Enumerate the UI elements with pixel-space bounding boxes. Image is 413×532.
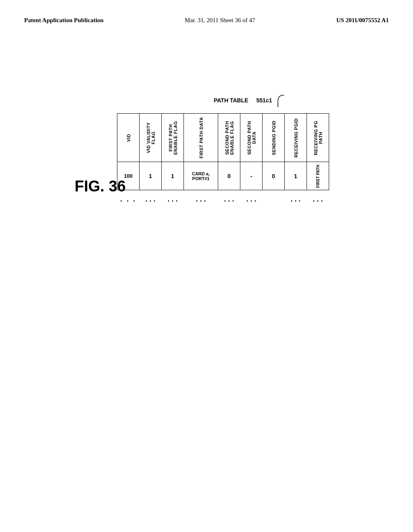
path-table: VID VID VALIDITY FLAG FIRST PATH ENABLE … [117, 113, 329, 212]
cell-second-path-data-1: - [240, 162, 263, 190]
cell-first-path-enable-dots: · · · [162, 190, 184, 212]
cell-receiving-pg-path-1: FIRST PATH [307, 162, 329, 190]
cell-second-path-data-dots: · · · [240, 190, 263, 212]
cell-sending-pgid-dots [263, 190, 285, 212]
col-receiving-pgid: RECEIVING PGID [285, 114, 307, 162]
cell-second-path-enable-dots: · · · [218, 190, 240, 212]
cell-first-path-data-dots: · · · [184, 190, 218, 212]
cell-vid-1: 100 [117, 162, 140, 190]
col-second-path-data: SECOND PATH DATA [240, 114, 263, 162]
cell-vid-dots: · · · [117, 190, 140, 212]
cell-receiving-pgid-dots: · · · [285, 190, 307, 212]
cell-receiving-pgid-1: 1 [285, 162, 307, 190]
cell-first-path-data-1: CARD a, PORT#1 [184, 162, 218, 190]
publication-title: Patent Application Publication [24, 16, 104, 25]
col-sending-pgid: SENDING PGID [263, 114, 285, 162]
cell-sending-pgid-1: 0 [263, 162, 285, 190]
publication-number: US 2011/0075552 A1 [336, 16, 389, 25]
cell-vid-validity-1: 1 [140, 162, 162, 190]
col-first-path-enable-flag: FIRST PATH ENABLE FLAG [162, 114, 184, 162]
col-vid-validity-flag: VID VALIDITY FLAG [140, 114, 162, 162]
cell-vid-validity-dots: · · · [140, 190, 162, 212]
col-second-path-enable-flag: SECOND PATH ENABLE FLAG [218, 114, 240, 162]
cell-receiving-pg-path-dots: · · · [307, 190, 329, 212]
table-row-dots: · · · · · · · · · · · · · · · · · · · · … [117, 190, 329, 212]
table-row: 100 1 1 CARD a, PORT#1 0 - 0 1 FIRST PAT… [117, 162, 329, 190]
table-title: PATH TABLE [214, 97, 248, 104]
table-id: 551c1 [257, 97, 272, 104]
col-first-path-data: FIRST PATH DATA [184, 114, 218, 162]
cell-first-path-enable-1: 1 [162, 162, 184, 190]
cell-second-path-enable-1: 0 [218, 162, 240, 190]
col-receiving-pg-path: RECEIVING PG PATH [307, 114, 329, 162]
col-vid: VID [117, 114, 140, 162]
publication-date-sheet: Mar. 31, 2011 Sheet 36 of 47 [185, 16, 255, 25]
